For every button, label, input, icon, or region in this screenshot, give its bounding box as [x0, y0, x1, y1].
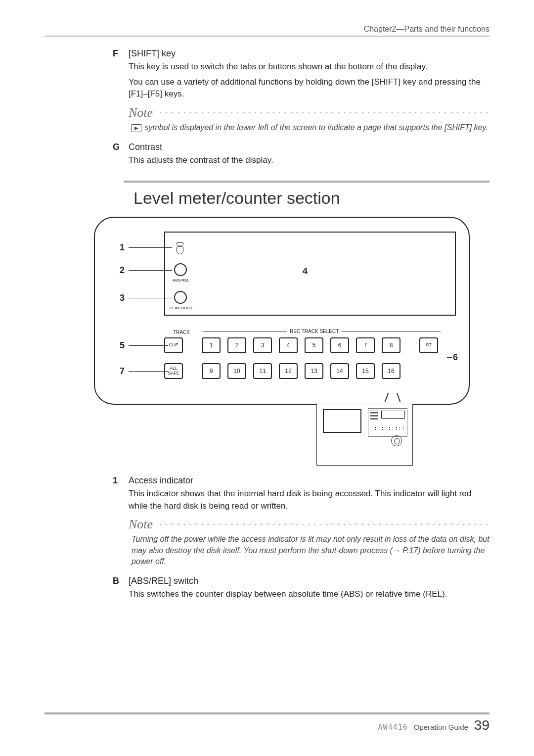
callout-7-line	[129, 371, 168, 372]
section-rule	[124, 181, 490, 183]
callout-5: 5	[120, 340, 125, 351]
callout-1-line	[129, 247, 172, 248]
rec-key-6[interactable]: 6	[330, 337, 349, 353]
note-text-F-content: symbol is displayed in the lower left of…	[142, 123, 488, 132]
page-number: 39	[474, 717, 490, 733]
rec-key-7[interactable]: 7	[356, 337, 375, 353]
track-label: TRACK	[173, 330, 190, 335]
header-rule	[44, 36, 490, 37]
item-1: 1 Access indicator This indicator shows …	[44, 475, 490, 567]
rec-key-13[interactable]: 13	[305, 363, 323, 379]
item-B-title: [ABS/REL] switch	[129, 576, 198, 586]
item-G: G Contrast This adjusts the contrast of …	[44, 142, 490, 167]
item-B-letter: B	[113, 576, 129, 586]
callout-2-line	[129, 270, 172, 271]
rec-key-2[interactable]: 2	[227, 337, 246, 353]
key-row-2: ALL SAFE 9 10 11 12 13 14 15 16	[164, 363, 400, 379]
note-row-F: Note	[129, 105, 490, 120]
item-1-p1: This indicator shows that the internal h…	[129, 488, 490, 512]
item-1-letter: 1	[113, 475, 129, 486]
access-indicator-icon	[176, 242, 184, 253]
product-logo: AW4416	[378, 723, 408, 732]
rec-key-9[interactable]: 9	[202, 363, 221, 379]
item-F: F [SHIFT] key This key is used to switch…	[44, 48, 490, 133]
callout-5-line	[129, 345, 168, 346]
rec-key-1[interactable]: 1	[202, 337, 221, 353]
item-F-letter: F	[113, 48, 129, 59]
section-title: Level meter/counter section	[134, 189, 490, 208]
callout-7: 7	[120, 366, 125, 377]
rec-key-3[interactable]: 3	[253, 337, 272, 353]
rec-line-left	[203, 331, 287, 331]
item-G-p1: This adjusts the contrast of the display…	[129, 154, 490, 167]
item-F-p1: This key is used to switch the tabs or b…	[129, 61, 490, 73]
item-B: B [ABS/REL] switch This switches the cou…	[44, 576, 490, 601]
item-F-title: [SHIFT] key	[129, 48, 176, 59]
note-label-1: Note	[129, 517, 153, 532]
callout-6: 6	[453, 352, 458, 363]
rec-key-15[interactable]: 15	[356, 363, 375, 379]
rec-line-right	[342, 331, 441, 331]
footer-bar	[44, 712, 490, 714]
abs-rel-switch-icon	[174, 263, 187, 276]
item-B-p1: This switches the counter display betwee…	[129, 588, 490, 601]
chapter-header: Chapter2—Parts and their functions	[44, 25, 490, 34]
item-G-title: Contrast	[129, 142, 162, 152]
panel-border: 4 ABS/REL PEAK HOLD 1 2 3 TRACK REC TRAC…	[94, 217, 470, 405]
rec-key-4[interactable]: 4	[279, 337, 298, 353]
thumb-screen-icon	[323, 409, 361, 433]
all-safe-key[interactable]: ALL SAFE	[164, 363, 183, 379]
rec-key-12[interactable]: 12	[279, 363, 298, 379]
peak-hold-switch-icon	[174, 291, 187, 304]
note-text-F: ▶ symbol is displayed in the lower left …	[129, 122, 490, 133]
guide-label: Operation Guide	[414, 723, 468, 731]
peak-hold-label: PEAK HOLD	[169, 306, 193, 310]
callout-2: 2	[120, 265, 125, 276]
shift-symbol-icon: ▶	[132, 124, 141, 132]
key-row-1: CUE 1 2 3 4 5 6 7 8 ST	[164, 337, 438, 353]
counter-display	[164, 232, 456, 316]
item-F-p2: You can use a variety of additional func…	[129, 76, 490, 100]
note-label-F: Note	[129, 105, 153, 120]
note-text-1: Turning off the power while the access i…	[129, 534, 490, 567]
device-location-thumb	[316, 404, 413, 466]
callout-6-line	[447, 357, 452, 358]
item-1-title: Access indicator	[129, 475, 193, 486]
thumb-panel-icon	[368, 408, 407, 437]
rec-key-11[interactable]: 11	[253, 363, 272, 379]
rec-key-14[interactable]: 14	[330, 363, 349, 379]
page-footer: AW4416 Operation Guide 39	[44, 712, 490, 733]
item-G-letter: G	[113, 142, 129, 152]
rec-key-16[interactable]: 16	[382, 363, 400, 379]
rec-key-8[interactable]: 8	[382, 337, 400, 353]
rec-key-10[interactable]: 10	[227, 363, 246, 379]
cue-key[interactable]: CUE	[164, 337, 183, 353]
rec-key-5[interactable]: 5	[305, 337, 323, 353]
callout-3-line	[129, 298, 172, 299]
abs-rel-label: ABS/REL	[171, 278, 191, 283]
st-key[interactable]: ST	[419, 337, 438, 353]
level-meter-diagram: 4 ABS/REL PEAK HOLD 1 2 3 TRACK REC TRAC…	[94, 217, 490, 466]
note-row-1: Note	[129, 517, 490, 532]
callout-3: 3	[120, 293, 125, 303]
connector-lines-icon	[385, 393, 400, 404]
note-dots-1	[158, 524, 490, 525]
callout-4: 4	[303, 266, 308, 277]
callout-1: 1	[120, 242, 125, 253]
rec-track-select-label: REC TRACK SELECT	[290, 329, 339, 334]
note-dots-F	[158, 112, 490, 113]
